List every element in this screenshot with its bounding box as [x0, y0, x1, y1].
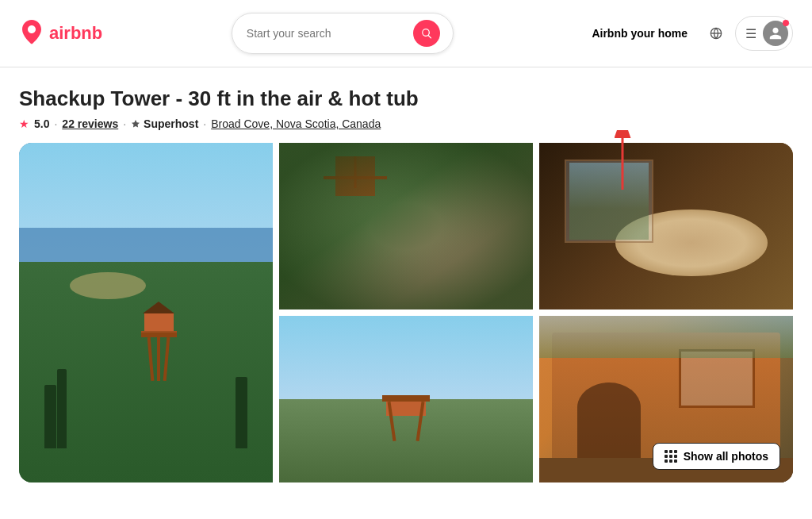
location-link[interactable]: Broad Cove, Nova Scotia, Canada	[211, 117, 381, 130]
separator-dot: ·	[54, 117, 57, 130]
star-icon: ★	[19, 117, 29, 130]
site-header: airbnb Airbnb your home ☰	[0, 0, 812, 67]
photo-bg-2	[279, 143, 533, 309]
photo-cell-3[interactable]	[539, 143, 793, 309]
photo-bg-4	[279, 316, 533, 482]
superhost-icon	[131, 119, 140, 129]
separator-dot-2: ·	[123, 117, 126, 130]
grid-icon	[665, 450, 677, 463]
photo-main[interactable]	[19, 143, 273, 482]
separator-dot-3: ·	[203, 117, 206, 130]
globe-icon	[710, 27, 722, 40]
reviews-link[interactable]: 22 reviews	[62, 117, 118, 130]
photo-top-right[interactable]	[539, 143, 793, 309]
photo-cell-2[interactable]	[279, 143, 533, 309]
airbnb-logo-icon	[19, 19, 44, 48]
logo[interactable]: airbnb	[19, 19, 102, 48]
user-menu[interactable]: ☰	[735, 16, 793, 51]
search-bar[interactable]	[232, 13, 454, 54]
search-input[interactable]	[247, 27, 405, 40]
photo-top-center[interactable]	[279, 143, 533, 309]
photo-cell-main[interactable]	[19, 143, 273, 482]
listing-title: Shackup Tower - 30 ft in the air & hot t…	[19, 86, 793, 111]
photo-grid: Show all photos	[19, 143, 793, 482]
rating-value: 5.0	[34, 117, 49, 130]
listing-meta: ★ 5.0 · 22 reviews · Superhost · Broad C…	[19, 117, 793, 130]
search-icon	[420, 27, 433, 40]
language-button[interactable]	[703, 21, 729, 46]
notification-dot	[783, 20, 789, 26]
user-icon	[768, 26, 783, 40]
listing-header: Shackup Tower - 30 ft in the air & hot t…	[19, 86, 793, 130]
photo-bottom-center[interactable]	[279, 316, 533, 482]
header-right: Airbnb your home ☰	[582, 16, 793, 51]
search-button[interactable]	[413, 20, 440, 47]
menu-icon: ☰	[745, 26, 756, 41]
photo-bottom-right[interactable]: Show all photos	[539, 316, 793, 482]
photo-bg-main	[19, 143, 273, 482]
photo-cell-4[interactable]	[279, 316, 533, 482]
logo-text: airbnb	[49, 23, 102, 44]
superhost-badge: Superhost	[131, 117, 198, 130]
photo-bg-3	[539, 143, 793, 309]
show-all-photos-button[interactable]: Show all photos	[653, 443, 780, 470]
main-content: Shackup Tower - 30 ft in the air & hot t…	[0, 67, 812, 482]
airbnb-home-button[interactable]: Airbnb your home	[582, 21, 697, 46]
